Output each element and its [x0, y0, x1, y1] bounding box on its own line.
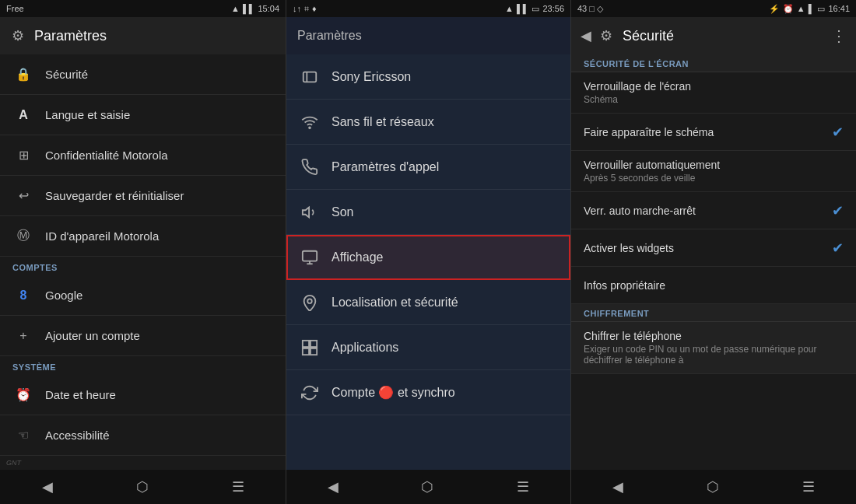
signal-icon-2: ▌▌ [517, 4, 529, 13]
auto-lock-subtitle: Après 5 secondes de veille [584, 173, 844, 184]
privacy-item[interactable]: ⊞ Confidentialité Motorola [0, 135, 286, 176]
show-pattern-title: Faire apparaître le schéma [584, 126, 826, 138]
panel1-header: ⚙ Paramètres [0, 17, 286, 54]
back-button-3[interactable]: ◀ [612, 478, 623, 495]
recent-button-3[interactable]: ☰ [802, 478, 815, 495]
power-lock-check: ✔ [832, 202, 844, 219]
back-arrow-icon[interactable]: ◀ [581, 27, 591, 44]
watermark: GNT [0, 457, 286, 468]
auto-lock-item[interactable]: Verrouiller automatiquement Après 5 seco… [571, 151, 856, 192]
sony-item[interactable]: Sony Ericsson [286, 54, 570, 100]
status-bar-right-2: ▲ ▌▌ ▭ 23:56 [505, 4, 564, 14]
accessibility-item[interactable]: ☜ Accessibilité [0, 415, 286, 456]
backup-item[interactable]: ↩ Sauvegarder et réinitialiser [0, 176, 286, 216]
wifi-settings-item[interactable]: Sans fil et réseaux [286, 100, 570, 145]
encrypt-item[interactable]: Chiffrer le téléphone Exiger un code PIN… [571, 322, 856, 374]
motorola-icon: Ⓜ [12, 228, 34, 244]
add-account-item[interactable]: + Ajouter un compte [0, 316, 286, 356]
battery-percent: 43 □ ◇ [577, 4, 603, 14]
status-bar-1: Free ▲ ▌▌ 15:04 [0, 0, 286, 17]
google-item[interactable]: 8 Google [0, 275, 286, 316]
panel3-header: ◀ ⚙ Sécurité ⋮ [571, 17, 856, 54]
auto-lock-text: Verrouiller automatiquement Après 5 seco… [584, 159, 844, 184]
sync-icon [299, 380, 321, 405]
date-item[interactable]: ⏰ Date et heure [0, 375, 286, 415]
widgets-item[interactable]: Activer les widgets ✔ [571, 229, 856, 267]
power-lock-item[interactable]: Verr. auto marche-arrêt ✔ [571, 192, 856, 229]
lock-screen-item[interactable]: Verrouillage de l'écran Schéma [571, 72, 856, 114]
backup-icon: ↩ [12, 188, 34, 203]
location-item[interactable]: Localisation et sécurité [286, 280, 570, 325]
applications-item[interactable]: Applications [286, 325, 570, 370]
sync-item[interactable]: Compte 🔴 et synchro [286, 370, 570, 415]
location-label: Localisation et sécurité [332, 296, 558, 310]
alarm-icon: ⏰ [783, 4, 794, 14]
carrier-label: Free [6, 4, 24, 13]
home-button-1[interactable]: ⬡ [136, 478, 149, 495]
sync-label: Compte 🔴 et synchro [332, 385, 558, 400]
sd-icon: ♦ [312, 4, 317, 13]
location-icon [299, 290, 321, 315]
status-bar-left-1: Free [6, 4, 24, 13]
owner-info-item[interactable]: Infos propriétaire [571, 267, 856, 304]
security-gear-icon: ⚙ [598, 27, 615, 44]
sound-item[interactable]: Son [286, 190, 570, 235]
panel-security: 43 □ ◇ ⚡ ⏰ ▲ ▌ ▭ 16:41 ◀ ⚙ Sécurité ⋮ SÉ… [571, 0, 856, 504]
signal-icon-3: ▌ [809, 4, 815, 13]
add-icon: + [12, 329, 34, 343]
show-pattern-check: ✔ [832, 124, 844, 141]
status-bar-right-1: ▲ ▌▌ 15:04 [231, 4, 279, 13]
wifi-settings-icon [299, 110, 321, 135]
privacy-label: Confidentialité Motorola [45, 149, 273, 162]
svg-rect-11 [310, 348, 317, 354]
time-label: 15:04 [258, 4, 279, 13]
svg-point-7 [307, 299, 312, 303]
back-button-1[interactable]: ◀ [42, 478, 53, 495]
add-account-label: Ajouter un compte [45, 329, 273, 342]
sound-icon [299, 200, 321, 225]
accessibility-icon: ☜ [12, 428, 34, 443]
display-item[interactable]: Affichage [286, 235, 570, 280]
encrypt-title: Chiffrer le téléphone [584, 330, 844, 342]
bluetooth-icon: ⚡ [769, 4, 780, 14]
svg-rect-10 [303, 348, 309, 354]
more-options-icon[interactable]: ⋮ [831, 26, 847, 45]
device-id-item[interactable]: Ⓜ ID d'appareil Motorola [0, 216, 286, 257]
recent-button-2[interactable]: ☰ [517, 478, 529, 495]
show-pattern-text: Faire apparaître le schéma [584, 126, 826, 138]
status-bar-right-3: ⚡ ⏰ ▲ ▌ ▭ 16:41 [769, 4, 850, 14]
language-icon: A [12, 108, 34, 122]
status-bar-left-3: 43 □ ◇ [577, 4, 603, 14]
power-lock-title: Verr. auto marche-arrêt [584, 205, 826, 217]
display-icon [299, 245, 321, 270]
phone-settings-item[interactable]: Paramètres d'appel [286, 145, 570, 190]
auto-lock-title: Verrouiller automatiquement [584, 159, 844, 171]
power-lock-text: Verr. auto marche-arrêt [584, 205, 826, 217]
language-item[interactable]: A Langue et saisie [0, 95, 286, 135]
time-label-3: 16:41 [828, 4, 850, 13]
applications-label: Applications [332, 341, 558, 355]
google-icon: 8 [12, 289, 34, 303]
panel-motorola-settings: Free ▲ ▌▌ 15:04 ⚙ Paramètres 🔒 Sécurité … [0, 0, 286, 504]
time-label-2: 23:56 [542, 4, 564, 13]
svg-rect-9 [310, 340, 317, 346]
lock-screen-text: Verrouillage de l'écran Schéma [584, 80, 844, 105]
battery-icon-3: ▭ [817, 4, 825, 14]
svg-rect-8 [303, 340, 309, 346]
display-label: Affichage [332, 250, 558, 264]
status-bar-left-2: ↓↑ ⌗ ♦ [293, 4, 317, 14]
status-bar-2: ↓↑ ⌗ ♦ ▲ ▌▌ ▭ 23:56 [286, 0, 570, 17]
home-button-3[interactable]: ⬡ [707, 478, 719, 495]
recent-button-1[interactable]: ☰ [232, 478, 244, 495]
wifi-icon-2: ▲ [505, 4, 514, 13]
show-pattern-item[interactable]: Faire apparaître le schéma ✔ [571, 114, 856, 151]
accessibility-label: Accessibilité [45, 429, 273, 442]
encrypt-subtitle: Exiger un code PIN ou un mot de passe nu… [584, 344, 844, 366]
security-item[interactable]: 🔒 Sécurité [0, 54, 286, 95]
phone-icon [299, 155, 321, 180]
chiffrement-section-label: CHIFFREMENT [571, 304, 856, 322]
svg-rect-4 [303, 250, 317, 261]
back-button-2[interactable]: ◀ [328, 478, 339, 495]
wifi-icon-3: ▲ [797, 4, 805, 13]
home-button-2[interactable]: ⬡ [421, 478, 433, 495]
